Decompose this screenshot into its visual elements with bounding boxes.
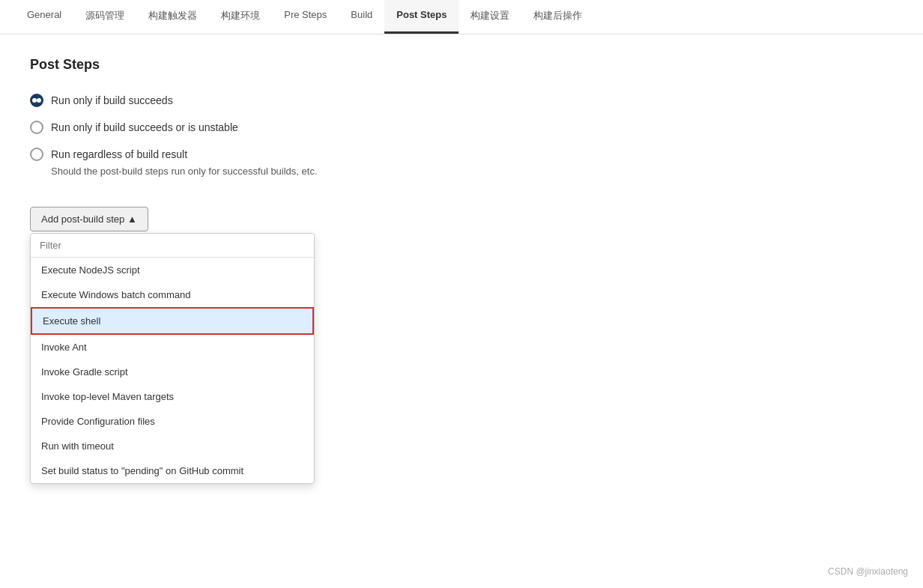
tab-构建后操作[interactable]: 构建后操作 bbox=[521, 0, 594, 34]
add-post-build-step-button[interactable]: Add post-build step ▲ bbox=[30, 207, 148, 231]
radio-item-1[interactable]: Run only if build succeeds bbox=[30, 94, 893, 107]
dropdown-item-6[interactable]: Provide Configuration files bbox=[31, 409, 314, 434]
dropdown-container: Add post-build step ▲ Execute NodeJS scr… bbox=[30, 193, 148, 231]
tab-构建触发器[interactable]: 构建触发器 bbox=[136, 0, 209, 34]
dropdown-item-4[interactable]: Invoke Gradle script bbox=[31, 360, 314, 384]
radio-label-2: Run only if build succeeds or is unstabl… bbox=[51, 121, 238, 133]
dropdown-item-0[interactable]: Execute NodeJS script bbox=[31, 258, 314, 282]
radio-circle-2 bbox=[30, 121, 43, 134]
page-title: Post Steps bbox=[30, 57, 893, 73]
dropdown-item-3[interactable]: Invoke Ant bbox=[31, 335, 314, 360]
radio-circle-1 bbox=[30, 94, 43, 107]
radio-circle-3 bbox=[30, 148, 43, 161]
tab-源码管理[interactable]: 源码管理 bbox=[73, 0, 136, 34]
dropdown-item-5[interactable]: Invoke top-level Maven targets bbox=[31, 384, 314, 409]
tab-pre-steps[interactable]: Pre Steps bbox=[272, 0, 339, 34]
dropdown-item-1[interactable]: Execute Windows batch command bbox=[31, 282, 314, 307]
dropdown-menu: Execute NodeJS scriptExecute Windows bat… bbox=[30, 233, 315, 484]
dropdown-item-2[interactable]: Execute shell bbox=[31, 307, 314, 335]
tab-bar: General源码管理构建触发器构建环境Pre StepsBuildPost S… bbox=[0, 0, 923, 34]
filter-input[interactable] bbox=[31, 234, 314, 258]
dropdown-list: Execute NodeJS scriptExecute Windows bat… bbox=[31, 258, 314, 483]
radio-description-3: Should the post-build steps run only for… bbox=[51, 166, 893, 177]
tab-general[interactable]: General bbox=[15, 0, 73, 34]
tab-build[interactable]: Build bbox=[339, 0, 384, 34]
dropdown-item-8[interactable]: Set build status to "pending" on GitHub … bbox=[31, 458, 314, 483]
radio-group: Run only if build succeeds Run only if b… bbox=[30, 94, 893, 184]
tab-post-steps[interactable]: Post Steps bbox=[384, 0, 459, 34]
tab-构建环境[interactable]: 构建环境 bbox=[209, 0, 272, 34]
radio-item-2[interactable]: Run only if build succeeds or is unstabl… bbox=[30, 121, 893, 134]
radio-label-1: Run only if build succeeds bbox=[51, 94, 173, 106]
dropdown-item-7[interactable]: Run with timeout bbox=[31, 434, 314, 458]
tab-构建设置[interactable]: 构建设置 bbox=[459, 0, 521, 34]
radio-item-3[interactable]: Run regardless of build result Should th… bbox=[30, 148, 893, 184]
radio-label-3: Run regardless of build result bbox=[51, 148, 187, 160]
main-content: Post Steps Run only if build succeeds Ru… bbox=[0, 34, 923, 588]
watermark: CSDN @jinxiaoteng bbox=[828, 566, 908, 577]
